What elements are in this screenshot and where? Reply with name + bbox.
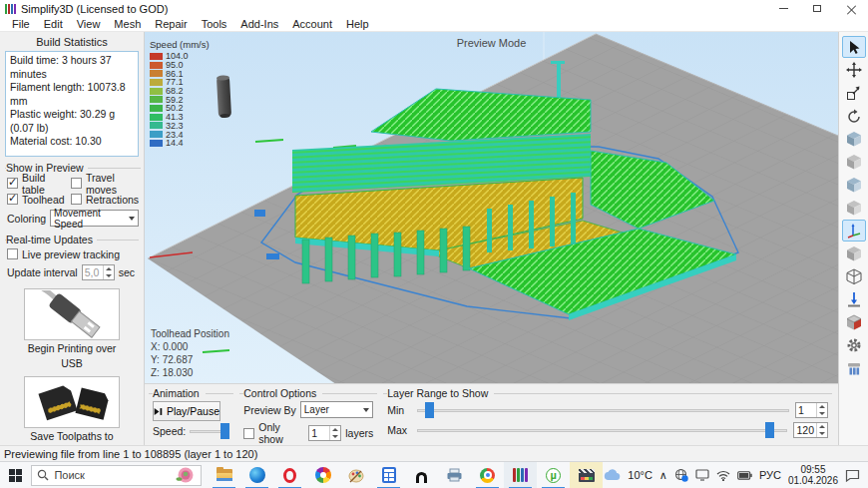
- status-bar: Previewing file from line 1 to 108895 (l…: [0, 445, 868, 461]
- menu-view[interactable]: View: [70, 18, 108, 30]
- taskbar-paint-icon[interactable]: [339, 462, 372, 488]
- taskbar-chrome-icon[interactable]: [471, 462, 504, 488]
- max-slider-thumb[interactable]: [765, 422, 774, 438]
- wireframe-model-button[interactable]: [842, 265, 866, 287]
- taskbar-dark-app-icon[interactable]: [405, 462, 438, 488]
- solid-model-button[interactable]: [842, 243, 866, 264]
- tray-temperature[interactable]: 10°C: [628, 469, 652, 481]
- view-cube-top-button[interactable]: [842, 174, 866, 196]
- control-options-group: Control Options Preview By Layer Only sh…: [239, 387, 377, 445]
- toolhead-checkbox-icon[interactable]: [7, 194, 18, 205]
- checkbox-live-preview[interactable]: Live preview tracking: [7, 246, 137, 261]
- travel-moves-checkbox-icon[interactable]: [71, 178, 82, 189]
- maximize-button[interactable]: [800, 0, 834, 17]
- minimize-icon: [779, 8, 788, 9]
- preview-controls-bar: Animation Play/Pause Speed:: [145, 383, 838, 445]
- menu-addins[interactable]: Add-Ins: [233, 18, 285, 30]
- display-icon[interactable]: [695, 469, 709, 481]
- network-globe-icon[interactable]: [674, 468, 688, 482]
- toolhead-model: [217, 75, 231, 118]
- start-button[interactable]: [0, 462, 31, 488]
- legend-swatch: [150, 96, 163, 103]
- taskbar-printer-tool-icon[interactable]: [438, 462, 471, 488]
- tray-clock[interactable]: 09:55 01.04.2026: [788, 464, 838, 486]
- view-cube-front-button[interactable]: [842, 128, 866, 150]
- retractions-checkbox-icon[interactable]: [71, 194, 82, 205]
- spinner-arrows-icon[interactable]: [816, 423, 827, 437]
- battery-icon[interactable]: [737, 471, 752, 480]
- minimize-button[interactable]: [766, 0, 800, 17]
- toolhead-z: Z: 18.030: [151, 366, 229, 379]
- save-toolpaths-disk-button[interactable]: Save Toolpaths to Disk: [21, 376, 123, 445]
- menu-repair[interactable]: Repair: [148, 18, 194, 30]
- layer-min-spinner[interactable]: 1: [795, 402, 828, 418]
- coordinate-axes-button[interactable]: [842, 220, 866, 242]
- only-show-checkbox-icon[interactable]: [243, 428, 254, 439]
- animation-group: Animation Play/Pause Speed:: [149, 387, 233, 445]
- rotate-tool-button[interactable]: [842, 105, 866, 127]
- taskbar-calculator-icon[interactable]: [372, 462, 405, 488]
- play-pause-button[interactable]: Play/Pause: [153, 401, 220, 421]
- menu-file[interactable]: File: [5, 18, 37, 30]
- weather-cloud-icon[interactable]: [603, 469, 621, 481]
- cross-section-button[interactable]: [842, 311, 866, 333]
- view-cube-iso-button[interactable]: [842, 197, 866, 219]
- move-tool-button[interactable]: [842, 59, 866, 81]
- supports-button[interactable]: [842, 357, 866, 379]
- view-cube-side-button[interactable]: [842, 151, 866, 173]
- taskbar-opera-icon[interactable]: [273, 462, 306, 488]
- app-logo-icon: [5, 4, 16, 14]
- preview-3d-viewport[interactable]: Speed (mm/s) 104.0 95.0 86.1 77.1 68.2 5…: [145, 32, 838, 445]
- notification-center-icon[interactable]: [845, 469, 860, 482]
- speed-slider-thumb[interactable]: [220, 423, 229, 439]
- stat-build-time: Build time: 3 hours 37 minutes: [10, 54, 134, 81]
- build-table-checkbox-icon[interactable]: [7, 178, 18, 189]
- update-interval-spinner[interactable]: 5,0: [82, 264, 115, 280]
- menu-tools[interactable]: Tools: [195, 18, 234, 30]
- checkbox-toolhead[interactable]: Toolhead: [7, 192, 71, 207]
- legend-swatch: [150, 70, 163, 77]
- scale-tool-button[interactable]: [842, 82, 866, 104]
- machine-settings-button[interactable]: [842, 334, 866, 356]
- title-bar[interactable]: Simplify3D (Licensed to GOD): [0, 0, 868, 17]
- taskbar-search[interactable]: Поиск: [31, 465, 202, 486]
- hidden-icons-chevron[interactable]: ∧: [659, 469, 667, 482]
- taskbar-simplify3d-icon[interactable]: [504, 462, 537, 488]
- checkbox-travel-moves[interactable]: Travel moves: [71, 176, 139, 191]
- axes-icon: [846, 223, 862, 239]
- close-button[interactable]: [834, 0, 868, 17]
- menu-account[interactable]: Account: [285, 18, 339, 30]
- animation-speed-slider[interactable]: [190, 423, 229, 439]
- coloring-dropdown[interactable]: Movement Speed: [50, 210, 139, 227]
- checkbox-build-table[interactable]: Build table: [7, 176, 71, 191]
- taskbar-video-editor-icon[interactable]: [570, 462, 603, 488]
- spinner-arrows-icon[interactable]: [329, 426, 340, 440]
- begin-printing-usb-button[interactable]: Begin Printing over USB: [21, 288, 123, 370]
- language-indicator[interactable]: РУС: [759, 469, 781, 481]
- taskbar-media-player-icon[interactable]: [306, 462, 339, 488]
- place-on-bed-button[interactable]: [842, 288, 866, 310]
- toolhead-y: Y: 72.687: [151, 353, 229, 366]
- taskbar-edge-icon[interactable]: [240, 462, 273, 488]
- stat-plastic-weight: Plastic weight: 30.29 g (0.07 lb): [10, 108, 134, 135]
- preview-by-dropdown[interactable]: Layer: [300, 401, 373, 418]
- layer-min-slider[interactable]: [417, 402, 789, 418]
- menu-mesh[interactable]: Mesh: [107, 18, 148, 30]
- legend-swatch: [150, 140, 163, 147]
- live-preview-checkbox-icon[interactable]: [7, 248, 18, 259]
- menu-help[interactable]: Help: [339, 18, 376, 30]
- only-show-spinner[interactable]: 1: [308, 425, 341, 441]
- layer-max-slider[interactable]: [417, 422, 787, 438]
- layer-max-spinner[interactable]: 120: [793, 422, 828, 438]
- taskbar-utorrent-icon[interactable]: µ: [537, 462, 570, 488]
- layer-range-group: Layer Range to Show Min 1 Max: [383, 387, 832, 445]
- checkbox-retractions[interactable]: Retractions: [71, 192, 139, 207]
- wifi-icon[interactable]: [716, 470, 730, 481]
- spinner-arrows-icon[interactable]: [816, 403, 827, 417]
- menu-edit[interactable]: Edit: [37, 18, 70, 30]
- min-slider-thumb[interactable]: [425, 402, 434, 418]
- legend-swatch: [150, 62, 163, 69]
- spinner-arrows-icon[interactable]: [103, 265, 114, 279]
- select-tool-button[interactable]: [842, 36, 866, 58]
- taskbar-file-explorer-icon[interactable]: [208, 462, 240, 488]
